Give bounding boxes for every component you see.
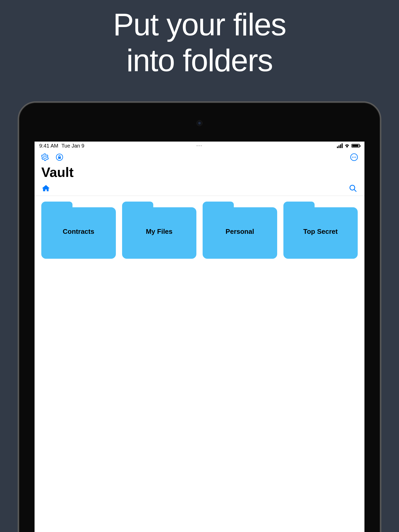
status-left: 9:41 AM Tue Jan 9 [39,143,84,149]
home-button[interactable] [41,184,51,193]
folder-personal[interactable]: Personal [203,202,277,259]
folder-my-files[interactable]: My Files [122,202,197,259]
status-date: Tue Jan 9 [61,143,84,149]
hero-text: Put your files into folders [0,0,399,78]
status-bar: 9:41 AM Tue Jan 9 ••• [35,142,364,150]
folder-top-secret[interactable]: Top Secret [283,202,358,259]
lock-icon [56,153,63,161]
multitask-dots-icon: ••• [196,144,203,148]
folder-label: My Files [122,202,197,259]
gear-icon [41,153,49,161]
folder-label: Top Secret [283,202,358,259]
settings-button[interactable] [40,152,50,162]
folder-contracts[interactable]: Contracts [41,202,116,259]
cellular-signal-icon [337,143,343,148]
more-button[interactable] [349,152,359,162]
subbar [35,184,364,196]
svg-point-4 [355,157,356,158]
status-right [337,143,360,148]
hero-line-2: into folders [0,42,399,78]
folder-label: Personal [203,202,277,259]
hero-line-1: Put your files [0,6,399,42]
search-button[interactable] [348,184,358,193]
camera-icon [197,120,202,126]
svg-line-6 [354,190,356,191]
battery-icon [351,144,360,148]
folder-grid: Contracts My Files Personal Top Secret [35,196,364,264]
screen: 9:41 AM Tue Jan 9 ••• Vault [35,142,364,532]
status-time: 9:41 AM [39,143,58,149]
wifi-icon [344,144,350,148]
svg-point-2 [352,157,353,158]
page-title: Vault [35,163,364,184]
folder-label: Contracts [41,202,116,259]
home-icon [42,184,50,193]
lock-button[interactable] [55,152,64,162]
tablet-frame: 9:41 AM Tue Jan 9 ••• Vault [18,101,381,532]
svg-point-3 [354,157,355,158]
more-icon [350,153,358,161]
toolbar [35,150,364,163]
search-icon [349,184,357,192]
